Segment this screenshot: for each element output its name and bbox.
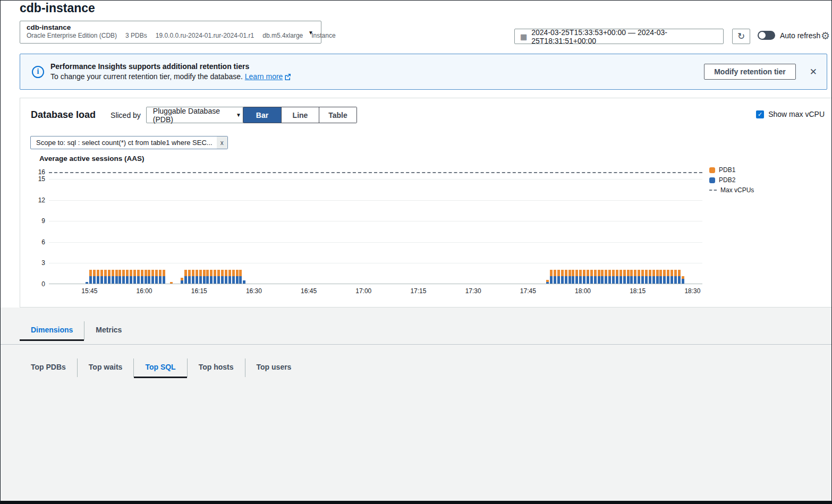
chart-bar[interactable] <box>656 270 659 284</box>
chart-bar[interactable] <box>86 282 88 284</box>
chart-bar[interactable] <box>670 270 673 284</box>
chart-bar[interactable] <box>126 270 129 284</box>
tab-top-hosts[interactable]: Top hosts <box>188 358 245 377</box>
chart-bar[interactable] <box>630 270 633 284</box>
chart-bar[interactable] <box>148 270 150 284</box>
chart-bar[interactable] <box>572 270 574 284</box>
tab-top-users[interactable]: Top users <box>245 358 303 377</box>
instance-selector[interactable]: cdb-instance Oracle Enterprise Edition (… <box>20 21 321 44</box>
show-max-vcpu-control[interactable]: ✓ Show max vCPU <box>756 110 825 118</box>
chart-bar[interactable] <box>594 270 597 284</box>
tab-top-sql[interactable]: Top SQL <box>134 358 187 377</box>
chart-bar[interactable] <box>682 276 684 284</box>
chart-bar[interactable] <box>557 270 560 284</box>
chart-bar[interactable] <box>192 270 194 284</box>
chart-bar[interactable] <box>89 270 92 284</box>
chart-bar[interactable] <box>674 270 677 284</box>
chart-bar[interactable] <box>163 270 165 284</box>
legend-item-pdb2[interactable]: PDB2 <box>709 176 754 184</box>
tab-dimensions[interactable]: Dimensions <box>20 321 84 340</box>
chart-bar[interactable] <box>159 270 162 284</box>
chart-bar[interactable] <box>97 270 99 284</box>
chart-bar[interactable] <box>130 270 132 284</box>
chart-bar[interactable] <box>565 270 567 284</box>
chart-bar[interactable] <box>659 270 662 284</box>
chart-bar[interactable] <box>151 270 154 284</box>
chart-bar[interactable] <box>196 270 198 284</box>
chart-bar[interactable] <box>619 270 622 284</box>
chart-bar[interactable] <box>181 278 183 284</box>
chart-bar[interactable] <box>638 270 640 284</box>
chart-bar[interactable] <box>605 270 607 284</box>
chart-bar[interactable] <box>225 270 227 284</box>
chart-bar[interactable] <box>590 270 593 284</box>
view-mode-line[interactable]: Line <box>281 107 319 123</box>
chart-bar[interactable] <box>598 270 600 284</box>
view-mode-table[interactable]: Table <box>319 107 356 123</box>
chart-bar[interactable] <box>627 270 630 284</box>
auto-refresh-toggle[interactable] <box>758 31 775 40</box>
chart-bar[interactable] <box>206 270 209 284</box>
chart-bar[interactable] <box>232 270 235 284</box>
chart-bar[interactable] <box>210 270 213 284</box>
chart-bar[interactable] <box>145 270 147 284</box>
remove-scope-icon[interactable]: x <box>217 136 227 149</box>
learn-more-link[interactable]: Learn more <box>245 72 283 81</box>
chart-bar[interactable] <box>228 270 231 284</box>
chart-bar[interactable] <box>568 270 571 284</box>
chart-bar[interactable] <box>112 270 114 284</box>
view-mode-bar[interactable]: Bar <box>243 107 281 123</box>
chart-bar[interactable] <box>133 270 136 284</box>
chart-bar[interactable] <box>104 270 107 284</box>
chart-bar[interactable] <box>623 270 626 284</box>
chart-bar[interactable] <box>649 270 651 284</box>
settings-gear-icon[interactable]: ⚙ <box>821 30 830 42</box>
chart-bar[interactable] <box>583 270 585 284</box>
chart-bar[interactable] <box>554 270 556 284</box>
chart-bar[interactable] <box>236 270 239 284</box>
chart-bar[interactable] <box>587 270 589 284</box>
chart-bar[interactable] <box>634 270 636 284</box>
chart-bar[interactable] <box>155 270 158 284</box>
chart-bar[interactable] <box>108 270 111 284</box>
chart-bar[interactable] <box>141 270 143 284</box>
chart-bar[interactable] <box>137 270 140 284</box>
chart-bar[interactable] <box>214 270 216 284</box>
chart-bar[interactable] <box>608 270 611 284</box>
chart-bar[interactable] <box>667 270 669 284</box>
chart-bar[interactable] <box>601 270 604 284</box>
slice-dropdown[interactable]: Pluggable Database (PDB) ▼ <box>146 107 248 123</box>
tab-metrics[interactable]: Metrics <box>84 321 133 340</box>
chart-bar[interactable] <box>243 280 245 284</box>
legend-item-maxvcpus[interactable]: Max vCPUs <box>709 186 754 194</box>
chart-bar[interactable] <box>184 270 187 284</box>
chart-bar[interactable] <box>122 270 125 284</box>
close-icon[interactable]: ✕ <box>810 66 817 78</box>
chart-bar[interactable] <box>221 270 224 284</box>
chart-bar[interactable] <box>217 270 220 284</box>
refresh-button[interactable]: ↻ <box>732 29 750 44</box>
chart-bar[interactable] <box>93 270 96 284</box>
chart-bar[interactable] <box>612 270 615 284</box>
chart-bar[interactable] <box>550 270 553 284</box>
chart-bar[interactable] <box>561 270 564 284</box>
tab-top-waits[interactable]: Top waits <box>78 358 134 377</box>
time-range-picker[interactable]: ▦ 2024-03-25T15:33:53+00:00 — 2024-03-25… <box>514 29 724 44</box>
modify-retention-tier-button[interactable]: Modify retention tier <box>704 64 796 80</box>
chart-bar[interactable] <box>579 270 582 284</box>
chart-bar[interactable] <box>616 270 618 284</box>
chart-bar[interactable] <box>118 270 121 284</box>
chart-bar[interactable] <box>678 270 681 284</box>
chart-bar[interactable] <box>663 270 666 284</box>
legend-item-pdb1[interactable]: PDB1 <box>709 166 754 174</box>
chart-bar[interactable] <box>203 270 206 284</box>
chart-bar[interactable] <box>100 270 103 284</box>
chart-bar[interactable] <box>652 270 655 284</box>
chart-bar[interactable] <box>239 270 242 284</box>
checkbox-checked-icon[interactable]: ✓ <box>756 110 764 118</box>
chart-bar[interactable] <box>645 270 648 284</box>
chart-bar[interactable] <box>115 270 118 284</box>
chart-bar[interactable] <box>575 270 578 284</box>
chart-bar[interactable] <box>170 282 173 284</box>
chart-bar[interactable] <box>546 280 549 284</box>
